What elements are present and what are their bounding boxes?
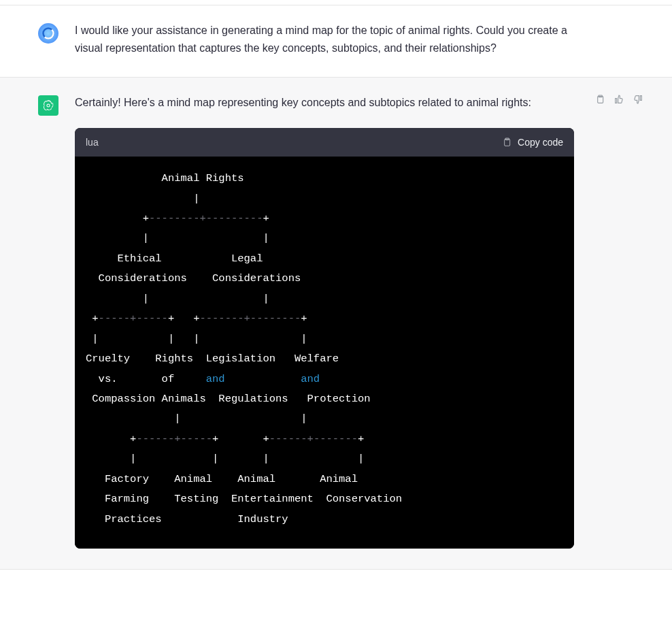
code-header: lua Copy code xyxy=(75,128,574,157)
user-actions xyxy=(588,22,645,56)
assistant-avatar xyxy=(38,95,58,116)
svg-point-2 xyxy=(47,104,50,107)
assistant-message-content: Certainly! Here's a mind map representin… xyxy=(75,94,588,549)
thumbs-down-icon xyxy=(633,94,643,105)
thumbs-up-button[interactable] xyxy=(614,94,626,106)
top-border xyxy=(0,0,672,5)
user-avatar xyxy=(38,23,58,44)
code-language-label: lua xyxy=(86,135,99,150)
code-block: lua Copy code Animal Rights | +--------+… xyxy=(75,128,574,549)
openai-logo-icon xyxy=(41,98,56,113)
clipboard-icon xyxy=(594,94,605,105)
thumbs-down-button[interactable] xyxy=(633,94,645,106)
user-avatar-icon xyxy=(41,27,55,40)
copy-message-button[interactable] xyxy=(594,94,607,106)
thumbs-up-icon xyxy=(614,94,624,105)
copy-code-button[interactable]: Copy code xyxy=(501,135,563,150)
assistant-message-row: Certainly! Here's a mind map representin… xyxy=(0,78,672,570)
user-message-row: I would like your assistance in generati… xyxy=(0,5,672,78)
user-message-text: I would like your assistance in generati… xyxy=(75,22,588,56)
assistant-message-text: Certainly! Here's a mind map representin… xyxy=(75,94,574,112)
assistant-actions xyxy=(588,94,645,549)
code-content: Animal Rights | +--------+---------+ | |… xyxy=(86,169,563,530)
code-body: Animal Rights | +--------+---------+ | |… xyxy=(75,157,574,549)
clipboard-icon xyxy=(501,137,512,148)
copy-code-label: Copy code xyxy=(518,135,563,150)
